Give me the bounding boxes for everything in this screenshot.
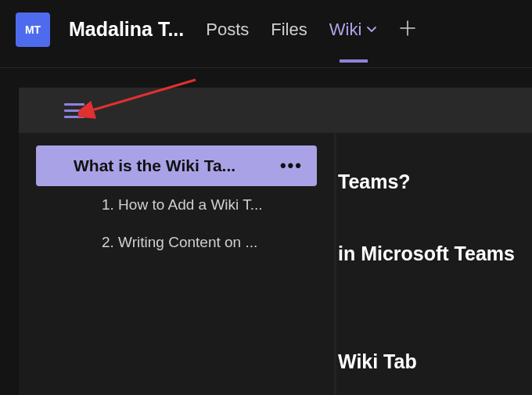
team-avatar[interactable]: MT bbox=[16, 13, 50, 47]
header-divider bbox=[0, 67, 532, 68]
wiki-main-content: Teams? in Microsoft Teams Wiki Tab bbox=[336, 133, 532, 395]
top-header: MT Madalina T... Posts Files Wiki bbox=[0, 0, 532, 59]
sidebar-page-selected[interactable]: What is the Wiki Ta... ••• bbox=[36, 145, 317, 186]
chevron-down-icon[interactable] bbox=[366, 24, 377, 35]
content-heading-fragment: in Microsoft Teams bbox=[338, 242, 515, 265]
add-tab-button[interactable] bbox=[399, 17, 416, 42]
tab-files[interactable]: Files bbox=[271, 20, 307, 40]
wiki-sidebar: What is the Wiki Ta... ••• 1. How to Add… bbox=[19, 133, 336, 395]
tab-wiki[interactable]: Wiki bbox=[329, 20, 378, 40]
tab-wiki-underline bbox=[340, 59, 368, 63]
tab-posts[interactable]: Posts bbox=[206, 20, 249, 40]
content-heading-fragment: Wiki Tab bbox=[338, 350, 417, 373]
sidebar-section-item[interactable]: 1. How to Add a Wiki T... bbox=[19, 186, 334, 224]
wiki-toolbar bbox=[19, 88, 532, 133]
hamburger-menu-icon[interactable] bbox=[64, 103, 84, 118]
team-name[interactable]: Madalina T... bbox=[69, 18, 184, 41]
tabs-row: Posts Files Wiki bbox=[206, 17, 416, 42]
more-options-icon[interactable]: ••• bbox=[280, 156, 303, 176]
sidebar-page-title: What is the Wiki Ta... bbox=[74, 156, 235, 175]
content-heading-fragment: Teams? bbox=[338, 171, 411, 193]
content-area: What is the Wiki Ta... ••• 1. How to Add… bbox=[19, 133, 532, 395]
sidebar-section-item[interactable]: 2. Writing Content on ... bbox=[19, 224, 334, 261]
tab-wiki-label: Wiki bbox=[329, 20, 362, 40]
